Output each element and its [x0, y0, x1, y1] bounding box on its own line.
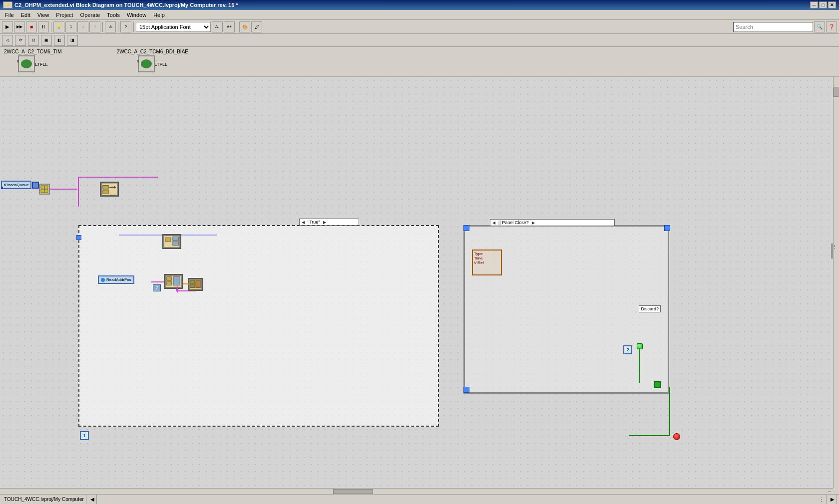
- sep3: [118, 22, 118, 32]
- case-arrow-left[interactable]: ◀: [302, 220, 305, 225]
- maximize-button[interactable]: □: [819, 1, 827, 8]
- status-nav-right[interactable]: ▶: [831, 497, 835, 502]
- num-const-7-1: 7: [153, 284, 161, 291]
- content-area: tReadsQueue: [0, 77, 839, 494]
- wire-v1: [78, 177, 79, 207]
- event-selector[interactable]: ◀ || Panel Close? ▶: [490, 219, 615, 226]
- font-size-down[interactable]: A-: [212, 21, 223, 32]
- sub-btn1[interactable]: ◁: [2, 35, 13, 46]
- event-arrow-right[interactable]: ▶: [532, 221, 535, 225]
- menu-file[interactable]: File: [2, 11, 17, 18]
- svg-rect-9: [165, 238, 171, 242]
- run-button[interactable]: ▶: [2, 21, 13, 32]
- vi-icon-group-2: 2WCC_A_C2_TCM6_BDI_BIAE LTFLL: [117, 49, 188, 72]
- status-arrow-right[interactable]: ▶: [829, 495, 837, 504]
- menu-help[interactable]: Help: [150, 11, 168, 18]
- event-arrow-left[interactable]: ◀: [492, 221, 495, 225]
- svg-rect-13: [167, 277, 171, 281]
- case-input-terminal: [76, 235, 81, 240]
- help-button[interactable]: ❓: [826, 21, 837, 32]
- scrollbar-horizontal[interactable]: ⋯: [0, 488, 833, 494]
- vi-icon-box-2[interactable]: [138, 55, 155, 72]
- status-scroll-indicator[interactable]: ⋮: [817, 495, 827, 504]
- pause-button[interactable]: ⏸: [38, 21, 49, 32]
- event-stop-indicator: [654, 381, 661, 388]
- menu-window[interactable]: Window: [124, 11, 149, 18]
- svg-rect-17: [190, 280, 195, 284]
- sub-btn3[interactable]: ⊡: [28, 35, 39, 46]
- dequeue-node[interactable]: [100, 182, 119, 197]
- menu-tools[interactable]: Tools: [104, 11, 123, 18]
- sub-btn4[interactable]: ▣: [41, 35, 52, 46]
- svg-rect-5: [103, 190, 108, 194]
- terminal-right-mid: 2: [623, 345, 632, 354]
- fill-color[interactable]: 🖊: [251, 21, 262, 32]
- warn-button[interactable]: ⚠: [105, 21, 116, 32]
- viref-label: VIRef: [474, 260, 500, 265]
- wire-orange-1: [183, 283, 189, 284]
- sub-btn2[interactable]: ⟳: [15, 35, 26, 46]
- search-input[interactable]: [733, 22, 813, 32]
- main-toolbar: ▶ ▶▶ ■ ⏸ 💡 ⤵ ↓ ↑ ⚠ ? 15pt Application Fo…: [0, 20, 839, 34]
- search-container: 🔍 ❓: [733, 21, 837, 32]
- status-bar: TOUCH_4WCC.lvproj/My Computer ◀ ⋮ ▶: [0, 494, 839, 504]
- menu-project[interactable]: Project: [53, 11, 76, 18]
- svg-rect-19: [196, 280, 200, 288]
- app-icon: ⚡: [3, 1, 12, 8]
- run-cont-button[interactable]: ▶▶: [14, 21, 25, 32]
- subvi-node-3[interactable]: [188, 278, 203, 291]
- font-size-up[interactable]: A+: [224, 21, 235, 32]
- menu-operate[interactable]: Operate: [77, 11, 103, 18]
- subvi-node-1[interactable]: [162, 234, 181, 249]
- wire-h-top: [78, 177, 158, 178]
- menu-view[interactable]: View: [34, 11, 52, 18]
- event-tl-corner: [463, 225, 469, 231]
- highlight-button[interactable]: 💡: [53, 21, 64, 32]
- menu-edit[interactable]: Edit: [18, 11, 33, 18]
- scrollbar-v-thumb[interactable]: [834, 87, 839, 97]
- terminal-bottom-left: 1: [80, 431, 89, 440]
- sub-btn5[interactable]: ◧: [54, 35, 65, 46]
- step-out-button[interactable]: ↑: [89, 21, 100, 32]
- vi-label-bottom-1: LTFLL: [35, 62, 47, 67]
- step-over-button[interactable]: ⤵: [65, 21, 76, 32]
- color-picker[interactable]: 🎨: [239, 21, 250, 32]
- diagram-canvas[interactable]: tReadsQueue: [0, 77, 833, 488]
- read-addr-group: ReadAddrPos: [98, 275, 134, 284]
- font-selector[interactable]: 15pt Application Font: [136, 22, 211, 32]
- scroll-h-arrows: ⋯: [826, 489, 833, 494]
- event-tr-corner: [664, 225, 670, 231]
- vi-icon-box-1[interactable]: [18, 55, 35, 72]
- status-arrow-left[interactable]: ◀: [88, 495, 97, 504]
- window-title: C2_OHPM_extended.vi Block Diagram on TOU…: [14, 2, 238, 8]
- close-button[interactable]: ✕: [828, 1, 836, 8]
- search-button[interactable]: 🔍: [814, 21, 825, 32]
- title-bar: ⚡ C2_OHPM_extended.vi Block Diagram on T…: [0, 0, 839, 10]
- event-bl-corner: [463, 387, 469, 393]
- status-nav-left[interactable]: ◀: [90, 497, 94, 502]
- scroll-indicator: [1, 187, 3, 189]
- scrollbar-vertical[interactable]: [833, 77, 839, 488]
- vi-icons-area: 2WCC_A_C2_TCM6_TIM LTFLL 2WCC_A_C2_TCM6_…: [0, 47, 839, 77]
- read-addr-label: ReadAddrPos: [98, 275, 134, 284]
- subvi-node-2[interactable]: [164, 274, 183, 289]
- vi-label-2: 2WCC_A_C2_TCM6_BDI_BIAE: [117, 49, 188, 54]
- context-help-button[interactable]: ?: [120, 21, 131, 32]
- svg-rect-4: [103, 185, 108, 189]
- case-arrow-right[interactable]: ▶: [323, 220, 326, 225]
- sub-btn6[interactable]: ◨: [67, 35, 78, 46]
- resize-handle[interactable]: ⋮: [831, 244, 833, 258]
- scrollbar-h-thumb[interactable]: [333, 489, 373, 494]
- abort-button[interactable]: ■: [26, 21, 37, 32]
- queue-ref-group: tReadsQueue: [1, 181, 39, 189]
- stop-button[interactable]: [673, 433, 680, 440]
- event-wire-v: [639, 348, 640, 383]
- step-into-button[interactable]: ↓: [77, 21, 88, 32]
- unbundle-node[interactable]: [39, 184, 50, 195]
- case-selector[interactable]: ◀ "True" ▶: [299, 219, 359, 226]
- wire-v-right: [669, 387, 670, 436]
- vi-label-1: 2WCC_A_C2_TCM6_TIM: [4, 49, 62, 54]
- wire-pink-down: [177, 286, 178, 292]
- sep4: [133, 22, 134, 32]
- minimize-button[interactable]: ─: [810, 1, 818, 8]
